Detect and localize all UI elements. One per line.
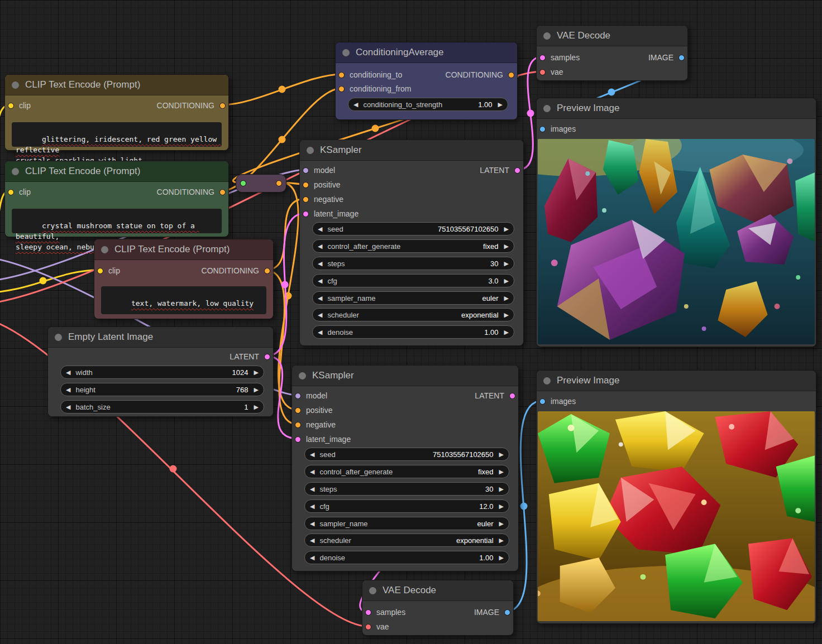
decrement-arrow-icon[interactable]: ◀	[353, 102, 358, 108]
output-slot-conditioning[interactable]: CONDITIONING	[202, 266, 270, 275]
increment-arrow-icon[interactable]: ▶	[504, 329, 509, 335]
input-slot-positive[interactable]: positive	[303, 180, 340, 189]
conditioning-slot-icon[interactable]	[338, 72, 345, 78]
increment-arrow-icon[interactable]: ▶	[499, 521, 504, 527]
node-header[interactable]: Preview Image	[537, 98, 816, 119]
conditioning-slot-icon[interactable]	[295, 407, 301, 414]
decrement-arrow-icon[interactable]: ◀	[66, 369, 70, 376]
image-slot-icon[interactable]	[539, 398, 546, 405]
collapse-dot[interactable]	[101, 246, 108, 253]
node-conditioning-average[interactable]: ConditioningAverage conditioning_to COND…	[335, 42, 518, 120]
input-slot-latent-image[interactable]: latent_image	[295, 435, 351, 444]
conditioning-slot-icon[interactable]	[303, 182, 309, 188]
collapse-dot[interactable]	[543, 32, 551, 40]
decrement-arrow-icon[interactable]: ◀	[310, 469, 314, 475]
clip-slot-icon[interactable]	[97, 268, 103, 274]
decrement-arrow-icon[interactable]: ◀	[310, 451, 314, 458]
conditioning-slot-icon[interactable]	[295, 422, 301, 428]
conditioning-slot-icon[interactable]	[303, 196, 309, 203]
increment-arrow-icon[interactable]: ▶	[504, 295, 509, 301]
widget-height[interactable]: ◀ height 768 ▶	[60, 383, 264, 396]
preview-image-crystals-bright[interactable]	[538, 411, 815, 621]
collapse-dot[interactable]	[12, 81, 19, 89]
node-header[interactable]: VAE Decode	[362, 580, 513, 601]
decrement-arrow-icon[interactable]: ◀	[318, 278, 322, 284]
latent-slot-icon[interactable]	[514, 167, 520, 174]
increment-arrow-icon[interactable]: ▶	[499, 555, 504, 561]
input-slot-model[interactable]: model	[303, 166, 335, 175]
input-slot-negative[interactable]: negative	[303, 195, 343, 204]
collapse-dot[interactable]	[299, 372, 306, 379]
conditioning-slot-icon[interactable]	[508, 72, 514, 78]
widget-control-after-generate[interactable]: ◀ control_after_generate fixed ▶	[304, 465, 509, 478]
latent-slot-icon[interactable]	[303, 211, 309, 217]
widget-width[interactable]: ◀ width 1024 ▶	[60, 366, 264, 379]
output-slot-latent[interactable]: LATENT	[230, 352, 270, 361]
collapse-dot[interactable]	[12, 168, 19, 175]
increment-arrow-icon[interactable]: ▶	[499, 451, 504, 458]
input-slot-clip[interactable]: clip	[97, 266, 120, 275]
clip-slot-icon[interactable]	[8, 103, 14, 109]
input-slot-clip[interactable]: clip	[8, 188, 31, 196]
clip-slot-icon[interactable]	[8, 189, 14, 195]
increment-arrow-icon[interactable]: ▶	[504, 243, 509, 249]
increment-arrow-icon[interactable]: ▶	[254, 404, 259, 410]
input-slot-model[interactable]: model	[295, 391, 327, 400]
input-slot-clip[interactable]: clip	[8, 101, 31, 110]
increment-arrow-icon[interactable]: ▶	[498, 102, 503, 108]
increment-arrow-icon[interactable]: ▶	[499, 486, 504, 492]
input-slot-negative[interactable]: negative	[295, 420, 336, 429]
collapse-dot[interactable]	[543, 377, 551, 385]
widget-steps[interactable]: ◀ steps 30 ▶	[304, 482, 509, 496]
vae-slot-icon[interactable]	[539, 69, 546, 75]
input-slot-images[interactable]: images	[539, 397, 576, 406]
conditioning-slot-icon[interactable]	[338, 86, 345, 92]
vae-slot-icon[interactable]	[365, 624, 371, 630]
increment-arrow-icon[interactable]: ▶	[254, 387, 259, 393]
node-reroute[interactable]	[236, 174, 286, 193]
input-slot-images[interactable]: images	[539, 124, 576, 133]
prompt-textarea[interactable]: glittering, iridescent, red green yellow…	[12, 122, 222, 147]
decrement-arrow-icon[interactable]: ◀	[310, 537, 314, 544]
latent-slot-icon[interactable]	[295, 436, 301, 443]
node-header[interactable]: Empty Latent Image	[48, 327, 273, 348]
widget-scheduler[interactable]: ◀ scheduler exponential ▶	[312, 308, 514, 321]
input-slot-conditioning-to[interactable]: conditioning_to	[338, 70, 402, 79]
widget-cfg[interactable]: ◀ cfg 3.0 ▶	[312, 274, 514, 287]
collapse-dot[interactable]	[369, 587, 376, 594]
prompt-textarea[interactable]: crystal mushroom statue on top of a beau…	[12, 209, 222, 233]
node-preview-image-2[interactable]: Preview Image images	[536, 370, 816, 624]
collapse-dot[interactable]	[307, 147, 314, 154]
node-vae-decode-2[interactable]: VAE Decode samples IMAGE vae	[362, 580, 514, 636]
output-slot-conditioning[interactable]: CONDITIONING	[157, 188, 226, 196]
widget-scheduler[interactable]: ◀ scheduler exponential ▶	[304, 534, 509, 547]
node-header[interactable]: Preview Image	[537, 371, 816, 391]
node-header[interactable]: KSampler	[292, 366, 518, 386]
image-slot-icon[interactable]	[504, 609, 510, 616]
conditioning-slot-icon[interactable]	[219, 189, 226, 195]
increment-arrow-icon[interactable]: ▶	[504, 312, 509, 318]
output-slot-conditioning[interactable]: CONDITIONING	[157, 101, 226, 110]
node-header[interactable]: ConditioningAverage	[336, 42, 517, 63]
increment-arrow-icon[interactable]: ▶	[254, 369, 259, 376]
decrement-arrow-icon[interactable]: ◀	[310, 521, 314, 527]
node-empty-latent-image[interactable]: Empty Latent Image LATENT ◀ width 1024 ▶…	[47, 326, 274, 417]
node-ksampler-2[interactable]: KSampler model LATENT positive negative …	[291, 365, 519, 571]
conditioning-slot-icon[interactable]	[219, 103, 226, 109]
image-slot-icon[interactable]	[678, 55, 685, 61]
increment-arrow-icon[interactable]: ▶	[499, 537, 504, 544]
image-slot-icon[interactable]	[539, 126, 546, 132]
conditioning-slot-icon[interactable]	[264, 268, 270, 274]
input-slot-positive[interactable]: positive	[295, 406, 332, 415]
model-slot-icon[interactable]	[303, 167, 309, 174]
output-slot-image[interactable]: IMAGE	[474, 608, 510, 617]
widget-control-after-generate[interactable]: ◀ control_after_generate fixed ▶	[312, 239, 514, 253]
increment-arrow-icon[interactable]: ▶	[504, 278, 509, 284]
input-slot-samples[interactable]: samples	[539, 53, 580, 62]
output-slot-latent[interactable]: LATENT	[475, 391, 515, 400]
increment-arrow-icon[interactable]: ▶	[499, 469, 504, 475]
decrement-arrow-icon[interactable]: ◀	[318, 243, 322, 249]
increment-arrow-icon[interactable]: ▶	[504, 261, 509, 267]
decrement-arrow-icon[interactable]: ◀	[318, 226, 322, 232]
decrement-arrow-icon[interactable]: ◀	[318, 295, 322, 301]
